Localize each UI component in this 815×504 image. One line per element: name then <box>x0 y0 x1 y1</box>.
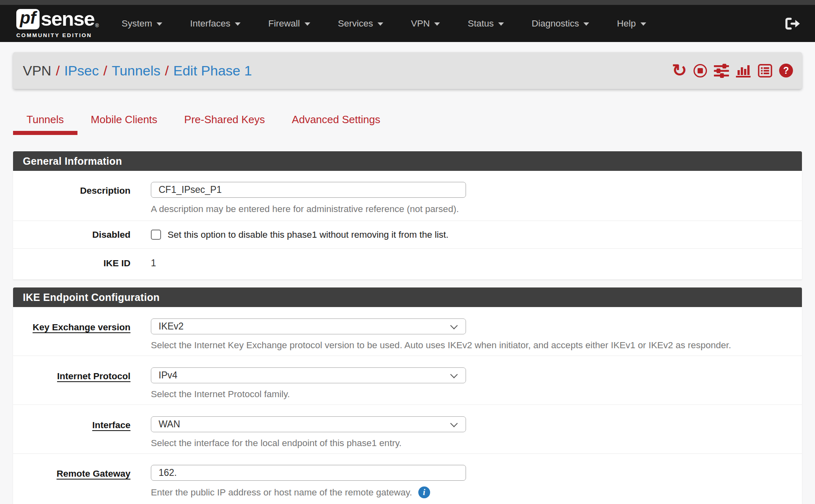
breadcrumb-panel: VPN / IPsec / Tunnels / Edit Phase 1 ↻ <box>13 52 802 89</box>
top-navbar: pf sense ® COMMUNITY EDITION System Inte… <box>0 0 815 42</box>
remote-gateway-label: Remote Gateway <box>13 465 130 498</box>
menu-services[interactable]: Services <box>324 18 397 29</box>
navbar-top-strip <box>0 0 815 5</box>
section-title-general-information: General Information <box>13 151 802 171</box>
breadcrumb-link-ipsec[interactable]: IPsec <box>64 63 99 79</box>
general-information-section: General Information Description A descri… <box>13 151 802 280</box>
interface-row: Interface WAN Select the interface for t… <box>13 405 802 454</box>
menu-interfaces[interactable]: Interfaces <box>176 18 254 29</box>
breadcrumb-root: VPN <box>23 63 51 79</box>
remote-gateway-input[interactable] <box>151 465 466 481</box>
menu-help[interactable]: Help <box>603 18 660 29</box>
section-title-ike-endpoint: IKE Endpoint Configuration <box>13 287 802 307</box>
description-row: Description A description may be entered… <box>13 171 802 221</box>
page-action-icons: ↻ <box>672 64 793 78</box>
key-exchange-label: Key Exchange version <box>13 318 130 351</box>
main-menu: System Interfaces Firewall Services VPN … <box>108 18 660 29</box>
menu-firewall[interactable]: Firewall <box>254 18 324 29</box>
bar-chart-icon[interactable] <box>736 64 751 77</box>
internet-protocol-label: Internet Protocol <box>13 367 130 400</box>
menu-vpn[interactable]: VPN <box>397 18 454 29</box>
internet-protocol-row: Internet Protocol IPv4 Select the Intern… <box>13 356 802 405</box>
tab-advanced-settings[interactable]: Advanced Settings <box>278 110 394 135</box>
tab-tunnels[interactable]: Tunnels <box>13 110 77 135</box>
chevron-down-icon <box>641 22 646 26</box>
internet-protocol-selected-value: IPv4 <box>159 370 177 381</box>
description-input[interactable] <box>151 182 466 198</box>
breadcrumb-link-tunnels[interactable]: Tunnels <box>112 63 161 79</box>
key-exchange-select[interactable]: IKEv2 <box>151 318 466 334</box>
internet-protocol-help-text: Select the Internet Protocol family. <box>151 389 802 400</box>
help-icon[interactable]: ? <box>779 64 793 77</box>
breadcrumb-link-edit-phase1[interactable]: Edit Phase 1 <box>173 63 252 79</box>
ike-id-label: IKE ID <box>13 258 130 269</box>
description-label: Description <box>13 182 130 214</box>
menu-status[interactable]: Status <box>454 18 518 29</box>
description-help-text: A description may be entered here for ad… <box>151 204 802 214</box>
chevron-down-icon <box>450 371 457 378</box>
pf-logo-box: pf <box>16 9 40 29</box>
pfsense-logo[interactable]: pf sense ® COMMUNITY EDITION <box>16 9 99 38</box>
chevron-down-icon <box>498 22 504 26</box>
chevron-down-icon <box>450 322 457 329</box>
chevron-down-icon <box>235 22 241 26</box>
chevron-down-icon <box>378 22 383 26</box>
menu-system[interactable]: System <box>108 18 176 29</box>
registered-mark: ® <box>95 23 99 29</box>
breadcrumb-separator: / <box>165 63 169 79</box>
info-icon[interactable]: i <box>418 486 430 498</box>
key-exchange-row: Key Exchange version IKEv2 Select the In… <box>13 307 802 356</box>
breadcrumb-separator: / <box>56 63 60 79</box>
chevron-down-icon <box>305 22 310 26</box>
refresh-icon[interactable]: ↻ <box>672 64 687 77</box>
interface-selected-value: WAN <box>159 419 180 430</box>
key-exchange-selected-value: IKEv2 <box>159 321 183 332</box>
internet-protocol-select[interactable]: IPv4 <box>151 367 466 383</box>
sign-out-icon <box>785 17 800 30</box>
disabled-row: Disabled Set this option to disable this… <box>13 221 802 249</box>
disabled-checkbox[interactable] <box>151 230 161 240</box>
ike-id-row: IKE ID 1 <box>13 249 802 280</box>
menu-diagnostics[interactable]: Diagnostics <box>518 18 603 29</box>
remote-gateway-help-text: Enter the public IP address or host name… <box>151 487 412 498</box>
chevron-down-icon <box>450 420 457 427</box>
chevron-down-icon <box>583 22 589 26</box>
logo-sense-text: sense <box>41 9 94 29</box>
remote-gateway-row: Remote Gateway Enter the public IP addre… <box>13 454 802 504</box>
logout-button[interactable] <box>785 17 800 30</box>
sliders-icon[interactable] <box>714 64 729 78</box>
key-exchange-help-text: Select the Internet Key Exchange protoco… <box>151 340 802 351</box>
ike-id-value: 1 <box>151 258 802 269</box>
chevron-down-icon <box>434 22 440 26</box>
tab-pre-shared-keys[interactable]: Pre-Shared Keys <box>171 110 278 135</box>
list-icon[interactable] <box>758 64 772 77</box>
interface-help-text: Select the interface for the local endpo… <box>151 438 802 449</box>
disabled-checkbox-text: Set this option to disable this phase1 w… <box>168 230 448 240</box>
chevron-down-icon <box>157 22 162 26</box>
disabled-label: Disabled <box>13 229 130 240</box>
stop-icon[interactable] <box>694 64 707 77</box>
community-edition-label: COMMUNITY EDITION <box>16 32 99 38</box>
tab-bar: Tunnels Mobile Clients Pre-Shared Keys A… <box>13 110 802 135</box>
interface-label: Interface <box>13 416 130 449</box>
tab-mobile-clients[interactable]: Mobile Clients <box>77 110 171 135</box>
breadcrumb: VPN / IPsec / Tunnels / Edit Phase 1 <box>23 63 252 79</box>
interface-select[interactable]: WAN <box>151 416 466 432</box>
ike-endpoint-section: IKE Endpoint Configuration Key Exchange … <box>13 287 802 504</box>
breadcrumb-separator: / <box>103 63 107 79</box>
